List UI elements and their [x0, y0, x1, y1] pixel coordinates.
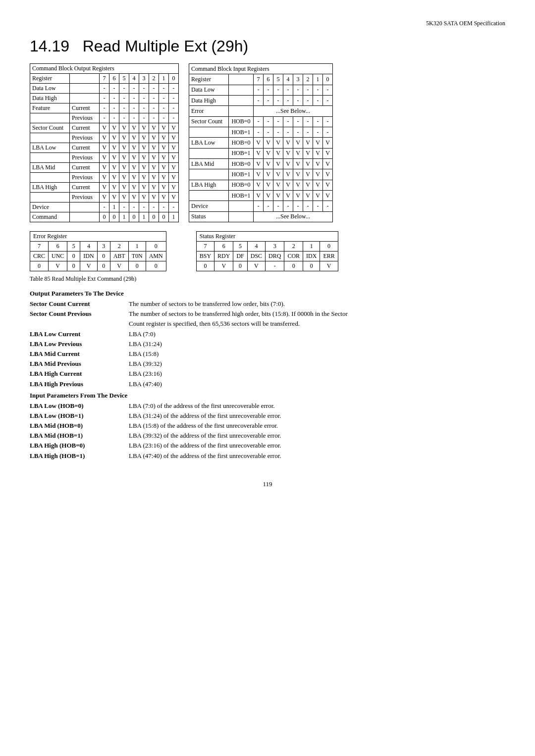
param-row-lba-high-previous: LBA High Previous LBA (47:40)	[30, 380, 505, 389]
param-value: LBA (7:0) of the address of the first un…	[129, 402, 505, 410]
param-row-sector-count-previous: Sector Count Previous The number of sect…	[30, 309, 505, 318]
param-value: LBA (23:16)	[129, 369, 505, 378]
param-label: LBA High Previous	[30, 380, 129, 389]
param-row-lba-high-hob0: LBA High (HOB=0) LBA (23:16) of the addr…	[30, 441, 505, 450]
param-row-lba-low-hob0: LBA Low (HOB=0) LBA (7:0) of the address…	[30, 402, 505, 410]
param-label: LBA High Current	[30, 369, 129, 378]
param-value: LBA (31:24) of the address of the first …	[129, 411, 505, 420]
param-value: LBA (15:8)	[129, 350, 505, 358]
param-value: LBA (47:40)	[129, 380, 505, 389]
param-row-lba-high-current: LBA High Current LBA (23:16)	[30, 369, 505, 378]
error-register-header: Error Register	[30, 232, 166, 242]
param-label: LBA Low Previous	[30, 340, 129, 349]
input-params-title: Input Parameters From The Device	[30, 392, 505, 400]
param-label: LBA High (HOB=0)	[30, 441, 129, 450]
param-value: LBA (47:40) of the address of the first …	[129, 452, 505, 460]
param-value: LBA (7:0)	[129, 330, 505, 339]
param-value: LBA (23:16) of the address of the first …	[129, 441, 505, 450]
bottom-tables-wrapper: Error Register 7 6 5 4 3 2 1 0 CRC UNC 0…	[30, 231, 505, 271]
section-title: 14.19 Read Multiple Ext (29h)	[30, 37, 505, 55]
status-register-table: Status Register 7 6 5 4 3 2 1 0 BSY RDY …	[196, 231, 338, 271]
param-value: LBA (31:24)	[129, 340, 505, 349]
page-number: 119	[30, 480, 505, 488]
param-row-lba-mid-hob0: LBA Mid (HOB=0) LBA (15:8) of the addres…	[30, 421, 505, 430]
reg-label: Register	[30, 74, 70, 84]
output-registers-table: Command Block Output Registers Register …	[30, 63, 179, 222]
error-register-table: Error Register 7 6 5 4 3 2 1 0 CRC UNC 0…	[30, 231, 166, 271]
input-table-header: Command Block Input Registers	[189, 64, 333, 74]
param-value: The number of sectors to be transferred …	[129, 309, 505, 318]
param-label: LBA Mid Current	[30, 350, 129, 358]
table-caption: Table 85 Read Multiple Ext Command (29h)	[30, 275, 505, 283]
output-table-header: Command Block Output Registers	[30, 64, 179, 74]
param-row-sector-count-current: Sector Count Current The number of secto…	[30, 300, 505, 308]
param-label: LBA Low (HOB=0)	[30, 402, 129, 410]
param-row-lba-high-hob1: LBA High (HOB=1) LBA (47:40) of the addr…	[30, 452, 505, 460]
param-row-lba-mid-current: LBA Mid Current LBA (15:8)	[30, 350, 505, 358]
param-row-lba-low-hob1: LBA Low (HOB=1) LBA (31:24) of the addre…	[30, 411, 505, 420]
param-label: LBA Low Current	[30, 330, 129, 339]
header-title: 5K320 SATA OEM Specification	[426, 20, 505, 27]
table-spacer-2	[176, 231, 186, 271]
output-params-title: Output Parameters To The Device	[30, 290, 505, 298]
input-registers-table: Command Block Input Registers Register 7…	[189, 63, 333, 222]
param-label: LBA Mid (HOB=0)	[30, 421, 129, 430]
param-value: LBA (15:8) of the address of the first u…	[129, 421, 505, 430]
param-value: The number of sectors to be transferred …	[129, 300, 505, 308]
param-value: Count register is specified, then 65,536…	[129, 319, 505, 328]
param-value: LBA (39:32) of the address of the first …	[129, 431, 505, 440]
param-row-sector-count-previous-cont: Count register is specified, then 65,536…	[30, 319, 505, 328]
param-label: LBA Low (HOB=1)	[30, 411, 129, 420]
param-label: Sector Count Current	[30, 300, 129, 308]
param-row-lba-mid-previous: LBA Mid Previous LBA (39:32)	[30, 359, 505, 368]
param-label: Sector Count Previous	[30, 309, 129, 318]
param-label: LBA Mid Previous	[30, 359, 129, 368]
main-tables-wrapper: Command Block Output Registers Register …	[30, 63, 505, 222]
status-register-header: Status Register	[196, 232, 338, 242]
param-value: LBA (39:32)	[129, 359, 505, 368]
param-row-lba-low-current: LBA Low Current LBA (7:0)	[30, 330, 505, 339]
param-label	[30, 319, 129, 328]
table-spacer	[179, 63, 189, 222]
params-section: Output Parameters To The Device Sector C…	[30, 290, 505, 460]
param-row-lba-mid-hob1: LBA Mid (HOB=1) LBA (39:32) of the addre…	[30, 431, 505, 440]
param-label: LBA High (HOB=1)	[30, 452, 129, 460]
param-row-lba-low-previous: LBA Low Previous LBA (31:24)	[30, 340, 505, 349]
param-label: LBA Mid (HOB=1)	[30, 431, 129, 440]
page-header: 5K320 SATA OEM Specification	[30, 20, 505, 27]
